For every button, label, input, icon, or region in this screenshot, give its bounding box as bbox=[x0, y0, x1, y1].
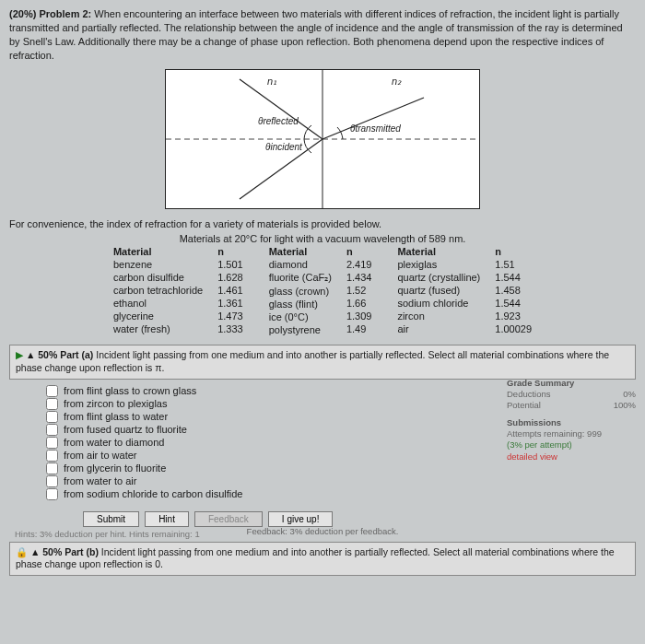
convenience-text: For convenience, the index of refraction… bbox=[9, 218, 636, 229]
option-row: from sodium chloride to carbon disulfide bbox=[46, 488, 636, 500]
refraction-diagram: n₁ n₂ θreflected θincident θtransmitted bbox=[165, 69, 480, 209]
part-a-header: ▲ 50% Part (a) bbox=[26, 349, 93, 360]
problem-body: When encountering an interface between t… bbox=[9, 8, 623, 61]
part-a-banner: ▶ ▲ 50% Part (a) Incident light passing … bbox=[9, 345, 636, 379]
hint-button[interactable]: Hint bbox=[145, 511, 189, 527]
refraction-table: Material benzene carbon disulfide carbon… bbox=[47, 246, 598, 335]
part-b-header: ▲ 50% Part (b) bbox=[30, 546, 99, 557]
table-column-1: Material benzene carbon disulfide carbon… bbox=[113, 246, 243, 335]
option-checkbox-4[interactable] bbox=[46, 437, 58, 449]
submit-button[interactable]: Submit bbox=[83, 511, 139, 527]
option-row: from flint glass to water bbox=[46, 411, 507, 423]
part-b-text: Incident light passing from one medium a… bbox=[16, 546, 615, 570]
label-theta-transmitted: θtransmitted bbox=[350, 123, 401, 134]
option-row: from water to air bbox=[46, 475, 636, 487]
grade-summary: Grade Summary Deductions 0% Potential 10… bbox=[507, 380, 636, 463]
table-title: Materials at 20°C for light with a vacuu… bbox=[9, 233, 636, 244]
option-row: from fused quartz to fluorite bbox=[46, 424, 507, 436]
label-n2: n₂ bbox=[392, 76, 401, 88]
label-theta-reflected: θreflected bbox=[258, 116, 299, 126]
option-row: from air to water bbox=[46, 450, 507, 462]
play-icon: ▶ bbox=[16, 349, 23, 360]
option-checkbox-0[interactable] bbox=[46, 385, 58, 397]
option-row: from glycerin to fluorite bbox=[46, 463, 507, 474]
option-checkbox-7[interactable] bbox=[46, 475, 58, 487]
feedback-button[interactable]: Feedback bbox=[194, 511, 263, 527]
option-checkbox-3[interactable] bbox=[46, 424, 58, 436]
problem-title: (20%) Problem 2: bbox=[9, 8, 91, 19]
label-theta-incident: θincident bbox=[265, 142, 302, 152]
part-b-banner: 🔒 ▲ 50% Part (b) Incident light passing … bbox=[9, 542, 636, 576]
lock-icon: 🔒 bbox=[16, 546, 28, 557]
option-checkbox-8[interactable] bbox=[46, 488, 58, 500]
option-row: from water to diamond bbox=[46, 437, 507, 449]
option-checkbox-2[interactable] bbox=[46, 411, 58, 423]
detailed-view-link[interactable]: detailed view bbox=[507, 451, 636, 463]
svg-line-3 bbox=[240, 79, 322, 139]
table-column-3: Material plexiglas quartz (crystalline) … bbox=[397, 246, 532, 335]
part-a-text: Incident light passing from one medium a… bbox=[16, 349, 609, 373]
option-row: from zircon to plexiglas bbox=[46, 398, 507, 410]
option-row: from flint glass to crown glass bbox=[46, 385, 507, 397]
problem-statement: (20%) Problem 2: When encountering an in… bbox=[9, 7, 636, 62]
option-checkbox-1[interactable] bbox=[46, 398, 58, 410]
option-checkbox-5[interactable] bbox=[46, 450, 58, 462]
col-header-n: n bbox=[217, 246, 243, 257]
label-n1: n₁ bbox=[267, 76, 276, 88]
table-column-2: Material diamond fluorite (CaF₂) glass (… bbox=[269, 246, 372, 335]
giveup-button[interactable]: I give up! bbox=[268, 511, 334, 527]
col-header-material: Material bbox=[113, 246, 203, 257]
option-checkbox-6[interactable] bbox=[46, 463, 58, 474]
